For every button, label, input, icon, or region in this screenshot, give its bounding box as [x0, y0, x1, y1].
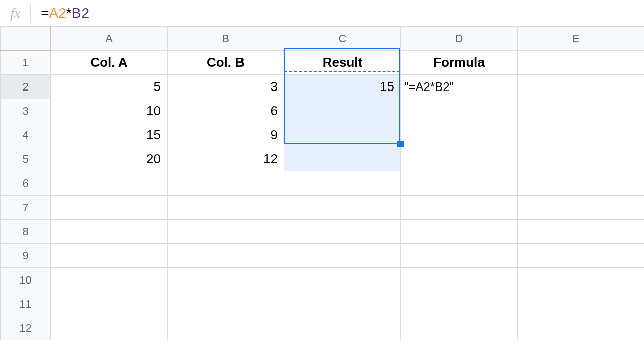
cell-b1[interactable]: Col. B — [168, 51, 284, 75]
cell-c3[interactable] — [284, 99, 401, 123]
row-header-7[interactable]: 7 — [1, 196, 51, 220]
row-header-12[interactable]: 12 — [1, 316, 51, 340]
cell-a7[interactable] — [51, 196, 168, 220]
cell-c12[interactable] — [284, 316, 401, 340]
cell-d10[interactable] — [401, 268, 518, 292]
row-header-8[interactable]: 8 — [1, 220, 51, 244]
cell-b12[interactable] — [168, 316, 284, 340]
cell-e5[interactable] — [518, 147, 634, 171]
cell-b8[interactable] — [168, 220, 284, 244]
cell-e2[interactable] — [518, 75, 634, 99]
cell-e11[interactable] — [518, 292, 634, 316]
row-header-3[interactable]: 3 — [1, 99, 51, 123]
formula-equals: = — [41, 5, 49, 21]
cell-c10[interactable] — [284, 268, 401, 292]
cell-f5[interactable] — [634, 147, 645, 171]
row-header-9[interactable]: 9 — [1, 244, 51, 268]
cell-a1[interactable]: Col. A — [51, 51, 168, 75]
cell-e1[interactable] — [518, 51, 634, 75]
cell-d6[interactable] — [401, 171, 518, 196]
cell-f12[interactable] — [634, 316, 645, 340]
cell-a8[interactable] — [51, 220, 168, 244]
cell-a5[interactable]: 20 — [51, 147, 168, 171]
formula-operator: * — [66, 5, 72, 21]
cell-e10[interactable] — [518, 268, 634, 292]
fill-handle[interactable] — [397, 141, 404, 147]
col-header-e[interactable]: E — [518, 27, 634, 51]
cell-c9[interactable] — [284, 244, 401, 268]
row-header-1[interactable]: 1 — [1, 51, 51, 75]
cell-c4[interactable] — [284, 123, 401, 147]
cell-a3[interactable]: 10 — [51, 99, 168, 123]
cell-e9[interactable] — [518, 244, 634, 268]
cell-e12[interactable] — [518, 316, 634, 340]
cell-a10[interactable] — [51, 268, 168, 292]
cell-d11[interactable] — [401, 292, 518, 316]
cell-b6[interactable] — [168, 171, 284, 196]
cell-e6[interactable] — [518, 171, 634, 196]
cell-d5[interactable] — [401, 147, 518, 171]
cell-f6[interactable] — [634, 171, 645, 196]
col-header-partial[interactable] — [634, 27, 645, 51]
row-header-5[interactable]: 5 — [1, 147, 51, 171]
cell-b5[interactable]: 12 — [168, 147, 284, 171]
cell-f7[interactable] — [634, 196, 645, 220]
cell-c5[interactable] — [284, 147, 401, 171]
col-header-d[interactable]: D — [401, 27, 518, 51]
cell-a2[interactable]: 5 — [51, 75, 168, 99]
cell-a4[interactable]: 15 — [51, 123, 168, 147]
cell-f1[interactable] — [634, 51, 645, 75]
formula-ref-a2: A2 — [49, 5, 66, 21]
cell-f8[interactable] — [634, 220, 645, 244]
cell-d12[interactable] — [401, 316, 518, 340]
spreadsheet-grid-container: A B C D E 1 Col. A Col. B Result Formula… — [0, 26, 644, 340]
cell-b11[interactable] — [168, 292, 284, 316]
cell-f9[interactable] — [634, 244, 645, 268]
cell-a9[interactable] — [51, 244, 168, 268]
cell-d7[interactable] — [401, 196, 518, 220]
spreadsheet-grid[interactable]: A B C D E 1 Col. A Col. B Result Formula… — [0, 26, 644, 340]
cell-c11[interactable] — [284, 292, 401, 316]
cell-e8[interactable] — [518, 220, 634, 244]
cell-f2[interactable] — [634, 75, 645, 99]
cell-d9[interactable] — [401, 244, 518, 268]
cell-c2[interactable]: 15 — [284, 75, 401, 99]
cell-b10[interactable] — [168, 268, 284, 292]
row-header-10[interactable]: 10 — [1, 268, 51, 292]
col-header-b[interactable]: B — [168, 27, 284, 51]
cell-b7[interactable] — [168, 196, 284, 220]
col-header-a[interactable]: A — [51, 27, 168, 51]
formula-input[interactable]: = A2 * B2 — [41, 5, 89, 21]
cell-b9[interactable] — [168, 244, 284, 268]
cell-c1[interactable]: Result — [284, 51, 401, 75]
cell-a6[interactable] — [51, 171, 168, 196]
cell-c8[interactable] — [284, 220, 401, 244]
cell-f4[interactable] — [634, 123, 645, 147]
cell-d2[interactable]: "=A2*B2" — [401, 75, 518, 99]
cell-c7[interactable] — [284, 196, 401, 220]
cell-c6[interactable] — [284, 171, 401, 196]
select-all-corner[interactable] — [1, 27, 51, 51]
row-header-6[interactable]: 6 — [1, 171, 51, 196]
row-header-11[interactable]: 11 — [1, 292, 51, 316]
formula-bar: fx = A2 * B2 — [0, 0, 644, 26]
row-header-2[interactable]: 2 — [1, 75, 51, 99]
cell-d1[interactable]: Formula — [401, 51, 518, 75]
cell-e7[interactable] — [518, 196, 634, 220]
cell-f10[interactable] — [634, 268, 645, 292]
cell-d8[interactable] — [401, 220, 518, 244]
cell-f3[interactable] — [634, 99, 645, 123]
cell-e3[interactable] — [518, 99, 634, 123]
cell-b2[interactable]: 3 — [168, 75, 284, 99]
cell-d3[interactable] — [401, 99, 518, 123]
row-header-4[interactable]: 4 — [1, 123, 51, 147]
cell-a11[interactable] — [51, 292, 168, 316]
fx-icon: fx — [10, 5, 30, 21]
cell-f11[interactable] — [634, 292, 645, 316]
col-header-c[interactable]: C — [284, 27, 401, 51]
cell-d4[interactable] — [401, 123, 518, 147]
cell-b4[interactable]: 9 — [168, 123, 284, 147]
cell-a12[interactable] — [51, 316, 168, 340]
cell-b3[interactable]: 6 — [168, 99, 284, 123]
cell-e4[interactable] — [518, 123, 634, 147]
